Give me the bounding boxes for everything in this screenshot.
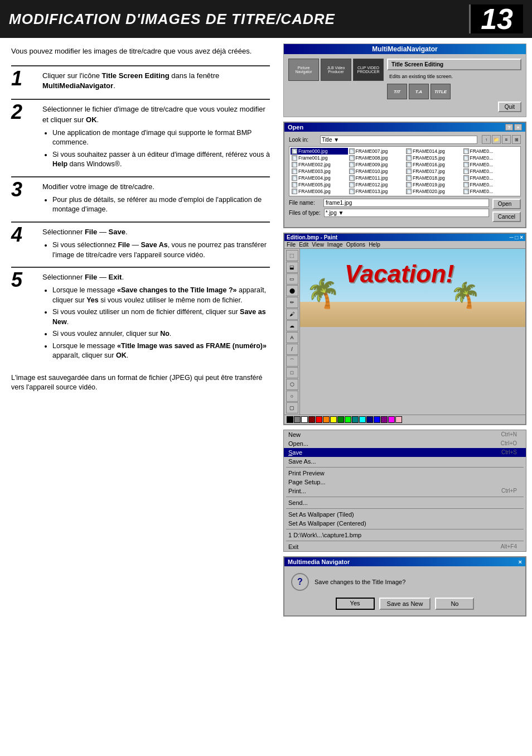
color-orange[interactable] <box>323 416 330 423</box>
paint-tool-roundrect[interactable]: ▢ <box>286 402 298 413</box>
clip-video-producer-icon[interactable]: CLIP VIDEOPRODUCER <box>353 59 384 81</box>
paint-tool-airbrush[interactable]: ☁ <box>286 320 298 331</box>
file-item-frame000[interactable]: 📄Frame000.jpg <box>291 148 348 155</box>
file-item-frame0b[interactable]: 📄FRAME0... <box>462 155 520 161</box>
toolbar-new-btn[interactable]: 📁 <box>492 135 501 144</box>
color-navy[interactable] <box>366 416 373 423</box>
file-item-frame019[interactable]: 📄FRAME019.jpg <box>405 181 462 188</box>
toolbar-detail-btn[interactable]: ⊞ <box>512 135 521 144</box>
dialog-help-btn[interactable]: ? <box>505 124 513 131</box>
paint-tool-pencil[interactable]: ✏ <box>286 297 298 308</box>
right-column: MultiMediaNavigator PictureNavigator JLB… <box>279 38 532 622</box>
file-item-frame004[interactable]: 📄FRAME004.jpg <box>291 175 348 181</box>
open-dialog: Open ? × Look in: Title ▼ ↑ 📁 ≡ ⊞ <box>283 122 526 228</box>
color-yellow[interactable] <box>330 416 337 423</box>
paint-tool-poly[interactable]: ⬡ <box>286 379 298 390</box>
file-item-frame003[interactable]: 📄FRAME003.jpg <box>291 168 348 175</box>
file-item-frame0e[interactable]: 📄FRAME0... <box>462 175 520 181</box>
color-black[interactable] <box>287 416 293 423</box>
file-item-frame0c[interactable]: 📄FRAME0... <box>462 161 520 168</box>
no-button[interactable]: No <box>435 598 474 610</box>
paint-menu-file[interactable]: File <box>287 242 296 248</box>
menu-item-exit[interactable]: Exit Alt+F4 <box>284 542 526 551</box>
paint-menu-image[interactable]: Image <box>327 242 343 248</box>
cancel-btn[interactable]: Cancel <box>492 211 521 222</box>
menu-item-send[interactable]: Send... <box>284 498 526 507</box>
paint-tool-select[interactable]: ⬚ <box>286 250 298 261</box>
color-white[interactable] <box>301 416 308 423</box>
paint-menu-edit[interactable]: Edit <box>299 242 308 248</box>
filetype-select[interactable]: *.jpg ▼ <box>324 209 489 217</box>
file-item-frame014[interactable]: 📄FRAME014.jpg <box>405 148 462 155</box>
paint-tool-text[interactable]: A <box>286 332 298 343</box>
color-pink[interactable] <box>395 416 402 423</box>
save-as-new-button[interactable]: Save as New <box>379 598 431 610</box>
paint-tool-fill[interactable]: ⬤ <box>286 285 298 296</box>
paint-tool-brush[interactable]: 🖌 <box>286 309 298 320</box>
color-teal[interactable] <box>352 416 359 423</box>
file-item-frame020[interactable]: 📄FRAME020.jpg <box>405 188 462 195</box>
menu-item-recent[interactable]: 1 D:\Work\...\capture1.bmp <box>284 531 526 540</box>
color-purple[interactable] <box>381 416 388 423</box>
paint-tool-line[interactable]: / <box>286 344 298 355</box>
menu-item-new[interactable]: New Ctrl+N <box>284 430 526 439</box>
yes-button[interactable]: Yes <box>336 598 375 610</box>
title-screen-editing-btn[interactable]: Title Screen Editing <box>387 59 521 70</box>
file-item-frame013[interactable]: 📄FRAME013.jpg <box>348 188 405 195</box>
paint-menu-view[interactable]: View <box>312 242 324 248</box>
color-green[interactable] <box>337 416 344 423</box>
filename-input[interactable] <box>323 199 489 207</box>
color-darkred[interactable] <box>308 416 315 423</box>
menu-item-saveas[interactable]: Save As... <box>284 457 526 466</box>
color-lime[interactable] <box>345 416 351 423</box>
file-item-frame008[interactable]: 📄FRAME008.jpg <box>348 155 405 161</box>
file-item-frame001[interactable]: 📄Frame001.jpg <box>291 155 348 161</box>
toolbar-up-btn[interactable]: ↑ <box>482 135 491 144</box>
file-item-frame009[interactable]: 📄FRAME009.jpg <box>348 161 405 168</box>
open-btn[interactable]: Open <box>492 199 521 209</box>
menu-item-open[interactable]: Open... Ctrl+O <box>284 439 526 448</box>
paint-tool-curve[interactable]: ⌒ <box>286 355 298 367</box>
file-item-frame007[interactable]: 📄FRAME007.jpg <box>348 148 405 155</box>
step-2: 2 Sélectionner le fichier d'image de tit… <box>11 99 270 176</box>
paint-title: Edition.bmp - Paint <box>287 234 337 240</box>
picture-navigator-icon[interactable]: PictureNavigator <box>288 59 319 81</box>
file-item-frame002[interactable]: 📄FRAME002.jpg <box>291 161 348 168</box>
file-item-frame011[interactable]: 📄FRAME011.jpg <box>348 175 405 181</box>
menu-item-wallpaper-tiled[interactable]: Set As Wallpaper (Tiled) <box>284 510 526 519</box>
paint-tool-ellipse[interactable]: ○ <box>286 391 298 402</box>
paint-tool-lasso[interactable]: ⬓ <box>286 262 298 273</box>
dialog-close-btn[interactable]: × <box>514 124 522 131</box>
file-item-frame010[interactable]: 📄FRAME010.jpg <box>348 168 405 175</box>
mmn-dialog-close-icon[interactable]: × <box>519 558 522 565</box>
file-item-frame0f[interactable]: 📄FRAME0... <box>462 181 520 188</box>
menu-item-print[interactable]: Print... Ctrl+P <box>284 487 526 495</box>
file-item-frame016[interactable]: 📄FRAME016.jpg <box>405 161 462 168</box>
file-item-frame006[interactable]: 📄FRAME006.jpg <box>291 188 348 195</box>
look-in-select[interactable]: Title ▼ <box>320 136 477 144</box>
file-item-frame005[interactable]: 📄FRAME005.jpg <box>291 181 348 188</box>
file-item-frame017[interactable]: 📄FRAME017.jpg <box>405 168 462 175</box>
paint-tool-eraser[interactable]: ▭ <box>286 273 298 285</box>
color-gray[interactable] <box>294 416 301 423</box>
color-cyan[interactable] <box>359 416 366 423</box>
menu-item-pagesetup[interactable]: Page Setup... <box>284 478 526 487</box>
menu-item-printpreview[interactable]: Print Preview <box>284 469 526 478</box>
color-blue[interactable] <box>374 416 380 423</box>
quit-btn[interactable]: Quit <box>498 102 521 112</box>
file-item-frame0g[interactable]: 📄FRAME0... <box>462 188 520 195</box>
color-red[interactable] <box>316 416 322 423</box>
file-item-frame0a[interactable]: 📄FRAME0... <box>462 148 520 155</box>
file-item-frame018[interactable]: 📄FRAME018.jpg <box>405 175 462 181</box>
jlb-video-producer-icon[interactable]: JLB VideoProducer <box>321 59 351 81</box>
paint-tool-rect[interactable]: □ <box>286 367 298 378</box>
paint-menu-help[interactable]: Help <box>369 242 380 248</box>
menu-item-wallpaper-centered[interactable]: Set As Wallpaper (Centered) <box>284 519 526 528</box>
paint-menu-options[interactable]: Options <box>346 242 365 248</box>
file-item-frame0d[interactable]: 📄FRAME0... <box>462 168 520 175</box>
file-item-frame015[interactable]: 📄FRAME015.jpg <box>405 155 462 161</box>
menu-item-save[interactable]: Save Ctrl+S <box>284 448 526 457</box>
color-magenta[interactable] <box>388 416 395 423</box>
file-item-frame012[interactable]: 📄FRAME012.jpg <box>348 181 405 188</box>
toolbar-list-btn[interactable]: ≡ <box>502 135 511 144</box>
